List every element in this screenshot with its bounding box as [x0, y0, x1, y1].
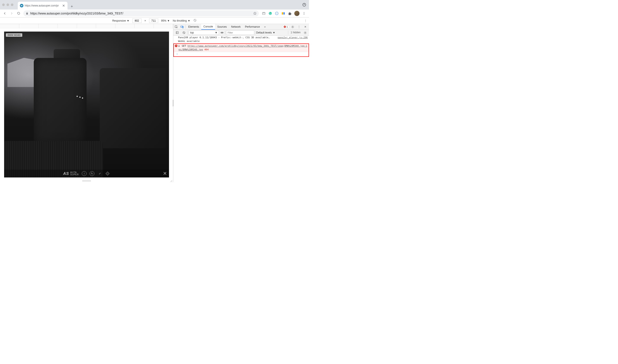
profile-avatar[interactable]: [294, 11, 300, 16]
maximize-window-button[interactable]: [11, 3, 14, 6]
devtools-tabbar: Elements Console Sources Network Perform…: [173, 24, 309, 30]
throttling-select[interactable]: No throttling ▼: [173, 19, 190, 22]
extension-icon[interactable]: ?: [275, 12, 279, 15]
svg-point-17: [292, 26, 293, 27]
svg-point-8: [304, 12, 304, 13]
http-status: 404: [204, 48, 209, 51]
tab-strip: W https://www.autasuper.com/pr +: [18, 0, 307, 10]
error-url[interactable]: https://www.autasuper.com/prohlidky/vozy…: [179, 45, 284, 51]
resize-handle-bottom[interactable]: [82, 181, 91, 181]
panorama-viewport[interactable]: BMW M340i AS AUTASUPER i ↻ ⤢ ✕: [4, 32, 169, 177]
browser-tab[interactable]: W https://www.autasuper.com/pr: [18, 2, 68, 10]
auta-super-logo: AS AUTASUPER: [63, 171, 79, 176]
title-bar: W https://www.autasuper.com/pr +: [0, 0, 309, 10]
svg-rect-7: [284, 12, 285, 15]
device-mode-toggle-icon[interactable]: [179, 24, 185, 30]
tab-elements[interactable]: Elements: [186, 24, 201, 30]
tab-console[interactable]: Console: [201, 24, 215, 30]
zoom-select[interactable]: 95% ▼: [161, 19, 170, 22]
device-mode-select[interactable]: Responsive ▼: [112, 19, 129, 22]
log-source-link[interactable]: pano2vr_player.js:296: [278, 36, 308, 43]
extension-icon-2[interactable]: [281, 12, 285, 15]
log-levels-select[interactable]: Default levels ▼: [256, 31, 275, 34]
clear-console-icon[interactable]: [181, 30, 187, 36]
live-expression-icon[interactable]: [220, 31, 224, 34]
console-prompt[interactable]: ›: [174, 52, 309, 56]
svg-point-12: [106, 173, 110, 174]
viewport-width-input[interactable]: [132, 19, 141, 23]
info-icon[interactable]: i: [82, 171, 87, 176]
reload-panorama-icon[interactable]: ↻: [90, 171, 94, 176]
rotate-icon[interactable]: [193, 19, 197, 23]
tab-network[interactable]: Network: [229, 24, 243, 30]
console-filter-bar: top ▼ Default levels ▼ 1 hidden: [173, 30, 309, 36]
console-sidebar-toggle-icon[interactable]: [174, 30, 180, 36]
nav-toolbar: https://www.autasuper.com/prohlidky/vozy…: [0, 10, 309, 17]
expand-arrow-icon[interactable]: ▶: [179, 45, 180, 47]
zoom-label: 95%: [161, 19, 166, 22]
reader-mode-icon[interactable]: [262, 12, 266, 15]
chevron-down-icon: ▼: [188, 19, 190, 22]
log-message: Pano2VR player 6.1.11/18043 - Prefix:-we…: [178, 36, 278, 43]
reload-button[interactable]: [15, 10, 22, 16]
bookmark-star-icon[interactable]: [253, 12, 257, 15]
gyro-icon[interactable]: [105, 171, 110, 176]
chevron-down-icon: ▼: [273, 31, 275, 34]
settings-gear-icon[interactable]: [290, 24, 296, 30]
viewport-height-input[interactable]: [149, 19, 158, 23]
tab-performance[interactable]: Performance: [243, 24, 262, 30]
device-toolbar-menu-icon[interactable]: ⋮: [304, 19, 307, 22]
error-count-badge[interactable]: ✕ 1: [282, 25, 289, 28]
account-indicator-icon[interactable]: [302, 3, 306, 6]
more-tabs-icon[interactable]: »: [262, 24, 268, 30]
console-settings-gear-icon[interactable]: [302, 30, 308, 36]
console-filter-input[interactable]: [226, 30, 254, 35]
svg-point-21: [305, 32, 306, 33]
fullscreen-icon[interactable]: ⤢: [97, 171, 102, 176]
tab-sources[interactable]: Sources: [215, 24, 229, 30]
inspect-element-icon[interactable]: [173, 24, 179, 30]
panorama-title-badge: BMW M340i: [6, 33, 22, 37]
svg-point-20: [221, 32, 222, 33]
main-layout: BMW M340i AS AUTASUPER i ↻ ⤢ ✕: [0, 24, 309, 182]
new-tab-button[interactable]: +: [69, 3, 75, 10]
close-panorama-icon[interactable]: ✕: [163, 171, 167, 176]
http-method: GET: [182, 45, 186, 47]
device-mode-label: Responsive: [112, 19, 126, 22]
back-button[interactable]: [2, 10, 8, 16]
console-error-line: ✕ ▶ GET BMW%20M340.jpg:1 https://www.aut…: [174, 44, 309, 52]
close-devtools-icon[interactable]: ✕: [302, 24, 308, 30]
context-select[interactable]: top ▼: [189, 30, 219, 35]
url-text: https://www.autasuper.com/prohlidky/vozy…: [30, 12, 251, 15]
svg-point-9: [304, 13, 304, 14]
hidden-count[interactable]: 1 hidden: [288, 31, 302, 35]
error-count: 1: [287, 26, 288, 28]
forward-button[interactable]: [9, 10, 15, 16]
device-toolbar: Responsive ▼ × 95% ▼ No throttling ▼ ⋮: [0, 17, 309, 24]
close-tab-icon[interactable]: [62, 4, 65, 7]
page-area: BMW M340i AS AUTASUPER i ↻ ⤢ ✕: [0, 24, 173, 182]
extensions-area: ?: [261, 11, 307, 16]
minimize-window-button[interactable]: [6, 3, 9, 6]
close-window-button[interactable]: [2, 3, 5, 6]
resize-handle-corner[interactable]: [170, 180, 172, 182]
console-body[interactable]: Pano2VR player 6.1.11/18043 - Prefix:-we…: [173, 36, 309, 182]
devtools-menu-icon[interactable]: ⋮: [296, 24, 302, 30]
log-levels-label: Default levels: [256, 31, 272, 34]
svg-rect-0: [27, 13, 28, 14]
throttling-label: No throttling: [173, 19, 187, 22]
chrome-menu-icon[interactable]: [302, 12, 306, 15]
chevron-down-icon: ▼: [215, 31, 218, 34]
prompt-caret-icon: ›: [176, 52, 178, 56]
address-bar[interactable]: https://www.autasuper.com/prohlidky/vozy…: [23, 10, 259, 16]
grammarly-icon[interactable]: [268, 12, 272, 15]
viewport-container: BMW M340i AS AUTASUPER i ↻ ⤢ ✕: [0, 28, 173, 182]
extensions-puzzle-icon[interactable]: [288, 12, 292, 15]
dimension-separator: ×: [145, 19, 146, 22]
browser-chrome: W https://www.autasuper.com/pr + https:/…: [0, 0, 309, 17]
svg-rect-1: [262, 12, 265, 15]
error-source-link[interactable]: BMW%20M340.jpg:1: [284, 44, 307, 48]
ruler: [0, 24, 173, 28]
pane-divider-handle[interactable]: [173, 100, 174, 106]
loading-spinner-icon: [77, 96, 83, 98]
